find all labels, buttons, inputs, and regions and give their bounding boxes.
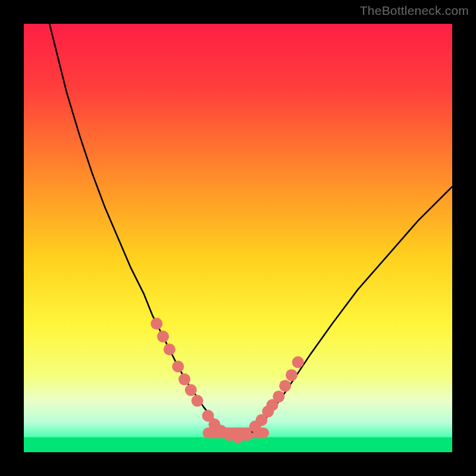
watermark-label: TheBottleneck.com [360, 4, 469, 18]
chart-frame: TheBottleneck.com [0, 0, 476, 476]
chart-svg [24, 24, 452, 452]
dot [286, 369, 298, 381]
dot [292, 356, 304, 368]
dot [178, 374, 190, 386]
dot [164, 343, 176, 355]
dot [273, 390, 284, 402]
dot [279, 380, 291, 392]
gradient-background [24, 24, 452, 452]
dot [157, 331, 169, 343]
dot [240, 429, 252, 441]
dot [151, 318, 162, 330]
dot [192, 395, 203, 407]
dot [172, 361, 184, 372]
chart-plot-area [24, 24, 452, 452]
dot [185, 384, 197, 396]
